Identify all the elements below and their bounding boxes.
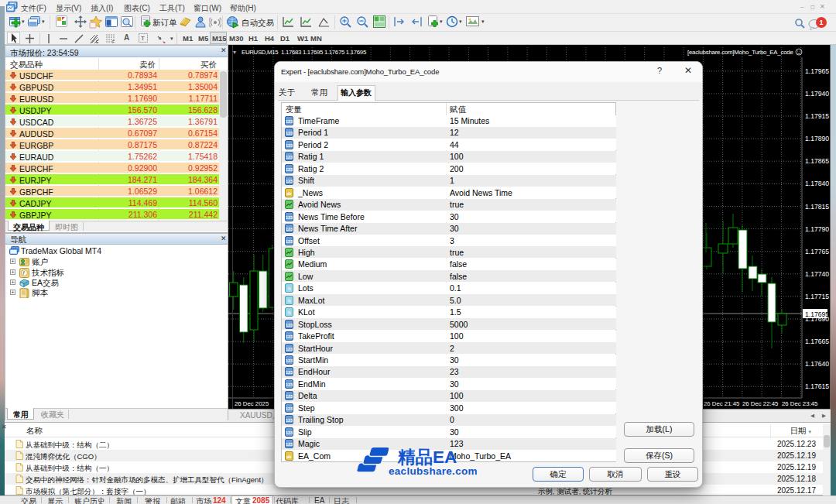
svg-text:1.17915: 1.17915 — [805, 112, 829, 120]
svg-text:1.17965: 1.17965 — [805, 67, 829, 75]
svg-text:1.17715: 1.17715 — [805, 293, 829, 300]
svg-text:▾: ▾ — [233, 49, 236, 56]
svg-text:T: T — [141, 35, 145, 42]
svg-text:EURUSD,M15 1.17683 1.17695 1.: EURUSD,M15 1.17683 1.17695 1.17675 1.176… — [242, 49, 367, 56]
svg-text:1.17665: 1.17665 — [805, 338, 829, 345]
svg-text:1.17840: 1.17840 — [805, 180, 829, 187]
svg-text:1.17615: 1.17615 — [805, 382, 829, 390]
svg-text:F: F — [112, 39, 115, 44]
svg-text:1.17890: 1.17890 — [805, 135, 829, 142]
svg-text:1.17740: 1.17740 — [805, 270, 829, 278]
svg-text:1.17695: 1.17695 — [805, 310, 829, 318]
svg-text:26 Dec 21:45: 26 Dec 21:45 — [704, 400, 740, 407]
svg-text:1.17790: 1.17790 — [805, 225, 829, 233]
svg-text:[eaclubshare.com]Moho_Turbo_EA: [eaclubshare.com]Moho_Turbo_EA_code — [687, 49, 793, 56]
svg-text:1.17940: 1.17940 — [805, 90, 829, 98]
svg-text:1.17815: 1.17815 — [805, 203, 829, 211]
svg-text:1.17865: 1.17865 — [805, 157, 829, 165]
svg-text:1.17765: 1.17765 — [805, 248, 829, 255]
svg-text:26 Dec 22:45: 26 Dec 22:45 — [742, 400, 779, 407]
svg-text:1.17640: 1.17640 — [805, 360, 829, 368]
svg-text:26 Dec 23:45: 26 Dec 23:45 — [782, 400, 818, 407]
svg-text:E: E — [96, 39, 99, 44]
svg-text:26 Dec 2025: 26 Dec 2025 — [235, 400, 269, 407]
